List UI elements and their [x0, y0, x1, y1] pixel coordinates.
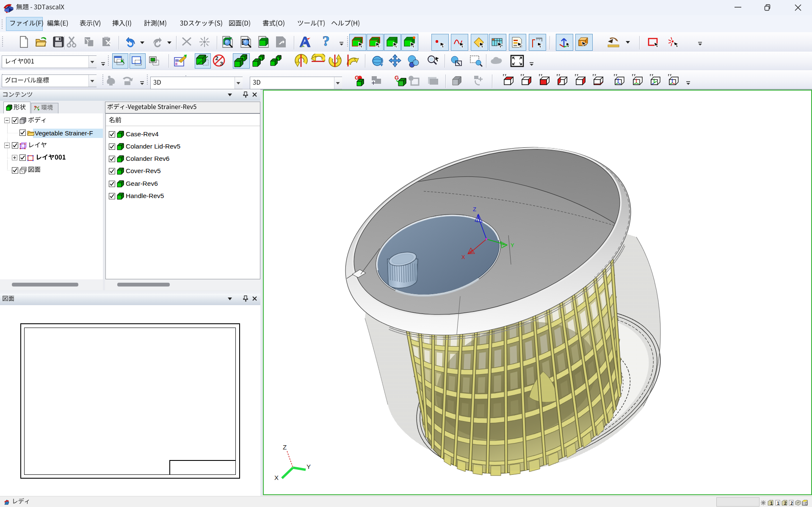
- svg-text:1: 1: [770, 501, 773, 506]
- svg-text:Y: Y: [307, 463, 311, 470]
- svg-text:Z: Z: [473, 206, 476, 212]
- svg-text:Z: Z: [283, 444, 287, 451]
- svg-text:1: 1: [777, 501, 779, 506]
- svg-text:?: ?: [323, 35, 330, 48]
- svg-text:3: 3: [220, 61, 223, 67]
- svg-text:2: 2: [215, 55, 218, 61]
- svg-text:X: X: [274, 474, 279, 481]
- svg-text:Y: Y: [511, 242, 514, 248]
- svg-text:2: 2: [790, 501, 793, 506]
- svg-text:X: X: [461, 254, 465, 260]
- svg-text:2: 2: [784, 501, 787, 506]
- svg-text:G: G: [395, 74, 399, 81]
